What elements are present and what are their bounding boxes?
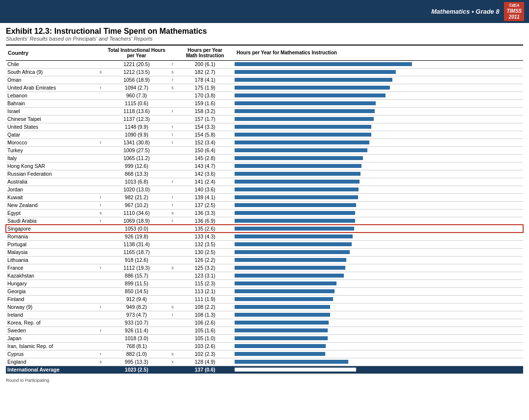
bar xyxy=(235,336,328,340)
table-row: Lebanon 960 (7.3) 170 (3.8) xyxy=(6,92,523,99)
bar-wrap xyxy=(235,117,521,121)
flag1: s xyxy=(96,209,106,217)
flag1 xyxy=(96,107,106,115)
bar-cell xyxy=(233,92,523,99)
math-hours: 141 (2.4) xyxy=(177,178,233,186)
flag2 xyxy=(168,92,177,99)
flag1: r xyxy=(96,327,106,334)
math-hours: 115 (2.3) xyxy=(177,280,233,287)
table-row: Bahrain 1115 (0.6) 159 (1.6) xyxy=(6,99,523,107)
flag2 xyxy=(168,154,177,162)
math-hours: 154 (3.3) xyxy=(177,123,233,131)
table-row: Italy 1065 (11.2) 145 (2.8) xyxy=(6,154,523,162)
math-hours: 145 (2.8) xyxy=(177,154,233,162)
bar-wrap xyxy=(235,148,521,153)
total-hours: 995 (13.3) xyxy=(105,358,168,366)
flag2: r xyxy=(168,217,177,225)
total-hours: 1148 (9.9) xyxy=(105,123,168,131)
table-row: Chinese Taipei 1137 (12.3) 157 (1.7) xyxy=(6,115,523,123)
country-name: Cyprus xyxy=(6,350,96,358)
bar-wrap xyxy=(235,265,521,270)
country-name: Chinese Taipei xyxy=(6,115,96,123)
flag2: r xyxy=(168,139,177,146)
total-hours: 1013 (6.8) xyxy=(105,178,168,186)
flag1: r xyxy=(96,350,106,358)
intl-bar xyxy=(235,368,356,372)
flag1 xyxy=(96,342,106,350)
country-name: Hungary xyxy=(6,280,96,287)
bar xyxy=(235,250,350,254)
flag1 xyxy=(96,60,106,68)
total-hours: 949 (8.2) xyxy=(105,303,168,311)
col-total: Total Instructional Hours per Year xyxy=(105,45,168,61)
total-hours: 1018 (3.0) xyxy=(105,334,168,342)
bar-wrap xyxy=(235,344,521,349)
country-name: South Africa (9) xyxy=(6,68,96,76)
flag2 xyxy=(168,186,177,193)
flag2: r xyxy=(168,76,177,84)
bar-cell xyxy=(233,280,523,287)
bar-wrap xyxy=(235,187,521,192)
bar xyxy=(235,148,367,152)
flag1 xyxy=(96,233,106,240)
bar xyxy=(235,227,354,231)
bar xyxy=(235,242,352,246)
table-row: France r 1112 (19.3) s 125 (3.2) xyxy=(6,264,523,272)
bar xyxy=(235,328,328,332)
flag2: s xyxy=(168,68,177,76)
total-hours: 1065 (11.2) xyxy=(105,154,168,162)
table-row: England s 995 (13.3) x 128 (4.9) xyxy=(6,358,523,366)
bar xyxy=(235,258,346,262)
country-name: Kuwait xyxy=(6,193,96,201)
bar-wrap xyxy=(235,140,521,145)
col-flag2 xyxy=(168,45,177,61)
table-row: Kuwait r 982 (21.2) r 139 (4.1) xyxy=(6,193,523,201)
total-hours: 882 (1.0) xyxy=(105,350,168,358)
math-hours: 103 (2.6) xyxy=(177,342,233,350)
intl-avg-label: International Average xyxy=(6,366,96,373)
math-hours: 105 (1.0) xyxy=(177,334,233,342)
country-name: Turkey xyxy=(6,146,96,154)
bar-wrap xyxy=(235,93,521,98)
bar-wrap xyxy=(235,320,521,325)
flag1 xyxy=(96,154,106,162)
flag1: r xyxy=(96,217,106,225)
bar-wrap xyxy=(235,250,521,255)
country-name: Qatar xyxy=(6,131,96,139)
bar-cell xyxy=(233,162,523,170)
flag2: x xyxy=(168,358,177,366)
country-name: Italy xyxy=(6,154,96,162)
flag1 xyxy=(96,240,106,248)
total-hours: 1112 (19.3) xyxy=(105,264,168,272)
exhibit-subtitle: Students' Results based on Principals' a… xyxy=(6,36,523,42)
total-hours: 899 (11.5) xyxy=(105,280,168,287)
bar-wrap xyxy=(235,297,521,302)
total-hours: 912 (9.4) xyxy=(105,295,168,303)
math-hours: 200 (6.1) xyxy=(177,60,233,68)
math-hours: 136 (6.9) xyxy=(177,217,233,225)
intl-bar-cell xyxy=(233,366,523,373)
math-hours: 123 (3.1) xyxy=(177,272,233,280)
math-hours: 150 (6.4) xyxy=(177,146,233,154)
bar xyxy=(235,86,390,90)
flag1 xyxy=(96,295,106,303)
flag1 xyxy=(96,272,106,280)
total-hours: 1138 (31.4) xyxy=(105,240,168,248)
bar-cell xyxy=(233,115,523,123)
flag2 xyxy=(168,287,177,295)
table-row: Jordan 1020 (13.0) 140 (3.6) xyxy=(6,186,523,193)
flag1 xyxy=(96,92,106,99)
math-hours: 136 (3.3) xyxy=(177,209,233,217)
country-name: France xyxy=(6,264,96,272)
flag1 xyxy=(96,99,106,107)
flag2: r xyxy=(168,131,177,139)
total-hours: 850 (14.5) xyxy=(105,287,168,295)
bar-cell xyxy=(233,272,523,280)
bar-cell xyxy=(233,217,523,225)
flag2: r xyxy=(168,60,177,68)
flag2: s xyxy=(168,209,177,217)
bar-wrap xyxy=(235,359,521,364)
logo-icon: ©IEA xyxy=(509,3,520,8)
table-row: Chile 1221 (20.5) r 200 (6.1) xyxy=(6,60,523,68)
intl-flag1 xyxy=(96,366,106,373)
